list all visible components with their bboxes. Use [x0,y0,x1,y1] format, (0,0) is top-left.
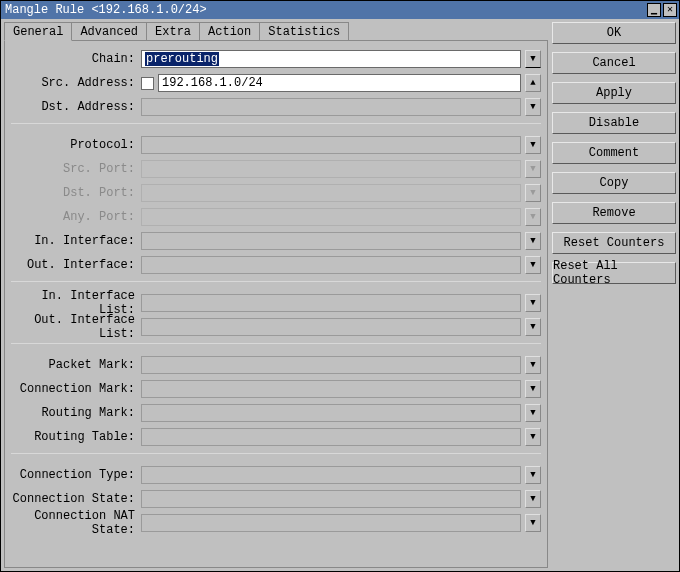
disable-button[interactable]: Disable [552,112,676,134]
ctrl-packet-mark: ▼ [141,356,541,374]
divider [11,343,541,353]
comment-button[interactable]: Comment [552,142,676,164]
in-interface-list-field[interactable] [141,294,521,312]
close-icon: ✕ [667,5,673,15]
in-interface-expand-button[interactable]: ▼ [525,232,541,250]
connection-type-field[interactable] [141,466,521,484]
tab-extra[interactable]: Extra [146,22,200,40]
tab-action[interactable]: Action [199,22,260,40]
row-routing-mark: Routing Mark: ▼ [11,401,541,425]
copy-button[interactable]: Copy [552,172,676,194]
mangle-rule-window: Mangle Rule <192.168.1.0/24> ▁ ✕ General… [0,0,680,572]
ok-button[interactable]: OK [552,22,676,44]
src-port-expand-button: ▼ [525,160,541,178]
general-panel: Chain: prerouting ▼ Src. Address: 192.16… [4,40,548,568]
out-interface-field[interactable] [141,256,521,274]
label-out-interface-list: Out. Interface List: [11,313,141,341]
dropdown-icon: ▼ [530,236,535,246]
titlebar[interactable]: Mangle Rule <192.168.1.0/24> ▁ ✕ [1,1,679,19]
row-connection-type: Connection Type: ▼ [11,463,541,487]
divider [11,123,541,133]
ctrl-dst-port: ▼ [141,184,541,202]
reset-counters-button[interactable]: Reset Counters [552,232,676,254]
row-any-port: Any. Port: ▼ [11,205,541,229]
label-dst-address: Dst. Address: [11,100,141,114]
label-connection-type: Connection Type: [11,468,141,482]
routing-table-field[interactable] [141,428,521,446]
close-button[interactable]: ✕ [663,3,677,17]
tab-statistics[interactable]: Statistics [259,22,349,40]
dst-address-field[interactable] [141,98,521,116]
packet-mark-field[interactable] [141,356,521,374]
label-routing-table: Routing Table: [11,430,141,444]
row-out-interface-list: Out. Interface List: ▼ [11,315,541,339]
minimize-button[interactable]: ▁ [647,3,661,17]
routing-mark-field[interactable] [141,404,521,422]
dropdown-icon: ▼ [530,360,535,370]
tab-advanced[interactable]: Advanced [71,22,147,40]
row-out-interface: Out. Interface: ▼ [11,253,541,277]
connection-type-expand-button[interactable]: ▼ [525,466,541,484]
label-protocol: Protocol: [11,138,141,152]
dropdown-icon: ▼ [530,408,535,418]
out-interface-expand-button[interactable]: ▼ [525,256,541,274]
src-address-invert-checkbox[interactable] [141,77,154,90]
connection-state-expand-button[interactable]: ▼ [525,490,541,508]
row-chain: Chain: prerouting ▼ [11,47,541,71]
out-interface-list-expand-button[interactable]: ▼ [525,318,541,336]
ctrl-connection-state: ▼ [141,490,541,508]
src-address-input[interactable]: 192.168.1.0/24 [158,74,521,92]
packet-mark-expand-button[interactable]: ▼ [525,356,541,374]
routing-mark-expand-button[interactable]: ▼ [525,404,541,422]
ctrl-dst-address: ▼ [141,98,541,116]
label-dst-port: Dst. Port: [11,186,141,200]
chain-input[interactable]: prerouting [141,50,521,68]
dropdown-icon: ▼ [530,140,535,150]
connection-mark-field[interactable] [141,380,521,398]
dropup-icon: ▲ [530,78,535,88]
label-in-interface: In. Interface: [11,234,141,248]
row-routing-table: Routing Table: ▼ [11,425,541,449]
row-connection-mark: Connection Mark: ▼ [11,377,541,401]
any-port-field [141,208,521,226]
in-interface-field[interactable] [141,232,521,250]
connection-mark-expand-button[interactable]: ▼ [525,380,541,398]
dropdown-icon: ▼ [530,494,535,504]
left-panel: General Advanced Extra Action Statistics… [4,22,548,568]
window-title: Mangle Rule <192.168.1.0/24> [3,3,647,17]
apply-button[interactable]: Apply [552,82,676,104]
right-buttons: OK Cancel Apply Disable Comment Copy Rem… [552,22,676,568]
connection-nat-state-field[interactable] [141,514,521,532]
minimize-icon: ▁ [651,5,657,15]
src-address-collapse-button[interactable]: ▲ [525,74,541,92]
dst-address-expand-button[interactable]: ▼ [525,98,541,116]
ctrl-chain: prerouting ▼ [141,50,541,68]
window-body: General Advanced Extra Action Statistics… [1,19,679,571]
label-routing-mark: Routing Mark: [11,406,141,420]
ctrl-connection-nat-state: ▼ [141,514,541,532]
dropdown-icon: ▼ [530,470,535,480]
chain-dropdown-button[interactable]: ▼ [525,50,541,68]
in-interface-list-expand-button[interactable]: ▼ [525,294,541,312]
tab-general[interactable]: General [4,22,72,41]
routing-table-expand-button[interactable]: ▼ [525,428,541,446]
dst-port-field [141,184,521,202]
out-interface-list-field[interactable] [141,318,521,336]
ctrl-src-port: ▼ [141,160,541,178]
row-packet-mark: Packet Mark: ▼ [11,353,541,377]
label-any-port: Any. Port: [11,210,141,224]
remove-button[interactable]: Remove [552,202,676,224]
ctrl-out-interface-list: ▼ [141,318,541,336]
connection-nat-state-expand-button[interactable]: ▼ [525,514,541,532]
cancel-button[interactable]: Cancel [552,52,676,74]
connection-state-field[interactable] [141,490,521,508]
protocol-expand-button[interactable]: ▼ [525,136,541,154]
label-connection-state: Connection State: [11,492,141,506]
ctrl-connection-mark: ▼ [141,380,541,398]
row-in-interface: In. Interface: ▼ [11,229,541,253]
label-packet-mark: Packet Mark: [11,358,141,372]
dropdown-icon: ▼ [530,322,535,332]
reset-all-counters-button[interactable]: Reset All Counters [552,262,676,284]
protocol-field[interactable] [141,136,521,154]
row-connection-state: Connection State: ▼ [11,487,541,511]
